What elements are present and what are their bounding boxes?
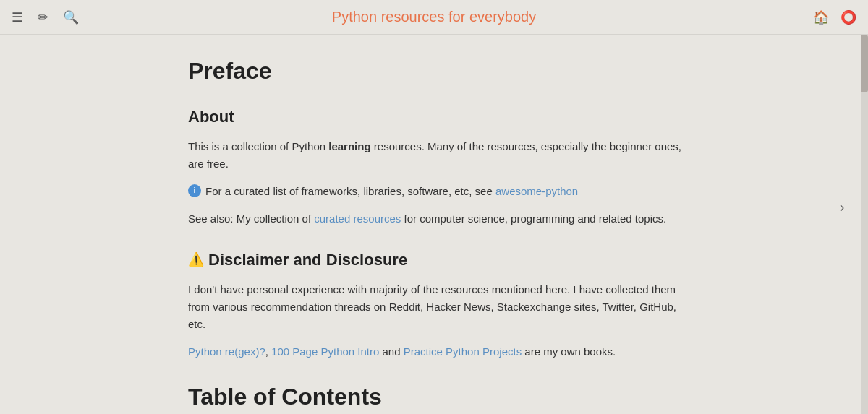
disclaimer-paragraph-1: I don't have personal experience with ma… — [188, 281, 694, 333]
main-wrapper: Preface About This is a collection of Py… — [0, 35, 868, 414]
disclaimer-section: ⚠️ Disclaimer and Disclosure I don't hav… — [188, 251, 825, 361]
page-title: Python resources for everybody — [332, 9, 536, 25]
next-arrow-button[interactable]: › — [830, 196, 854, 219]
toc-heading: Table of Contents — [188, 384, 825, 410]
about-paragraph-1: This is a collection of Python learning … — [188, 138, 694, 173]
navbar: ☰ ✏ 🔍 Python resources for everybody 🏠 ⭕ — [0, 0, 868, 35]
practice-python-link[interactable]: Practice Python Projects — [404, 345, 522, 358]
github-icon[interactable]: ⭕ — [841, 11, 856, 24]
navbar-left: ☰ ✏ 🔍 — [12, 11, 79, 24]
hamburger-icon[interactable]: ☰ — [12, 11, 23, 24]
info-note-text: For a curated list of frameworks, librar… — [205, 183, 578, 200]
main-content: Preface About This is a collection of Py… — [0, 35, 868, 414]
learning-bold: learning — [328, 140, 370, 152]
disclaimer-heading: ⚠️ Disclaimer and Disclosure — [188, 251, 825, 269]
preface-heading: Preface — [188, 58, 825, 85]
search-icon[interactable]: 🔍 — [63, 11, 79, 24]
disclaimer-paragraph-2: Python re(gex)?, 100 Page Python Intro a… — [188, 343, 694, 361]
curated-resources-link[interactable]: curated resources — [314, 212, 401, 225]
navbar-right: 🏠 ⭕ — [813, 11, 856, 24]
about-section: About This is a collection of Python lea… — [188, 108, 825, 228]
info-note: i For a curated list of frameworks, libr… — [188, 183, 694, 200]
edit-icon[interactable]: ✏ — [38, 11, 48, 24]
about-heading: About — [188, 108, 825, 126]
toc-section: Table of Contents — [188, 384, 825, 410]
awesome-python-link[interactable]: awesome-python — [495, 185, 578, 197]
warning-icon: ⚠️ — [188, 253, 203, 267]
see-also-paragraph: See also: My collection of curated resou… — [188, 210, 694, 228]
info-icon: i — [188, 184, 201, 197]
home-icon[interactable]: 🏠 — [813, 11, 829, 24]
python-regex-link[interactable]: Python re(gex)? — [188, 345, 265, 358]
python-intro-link[interactable]: 100 Page Python Intro — [271, 345, 379, 358]
